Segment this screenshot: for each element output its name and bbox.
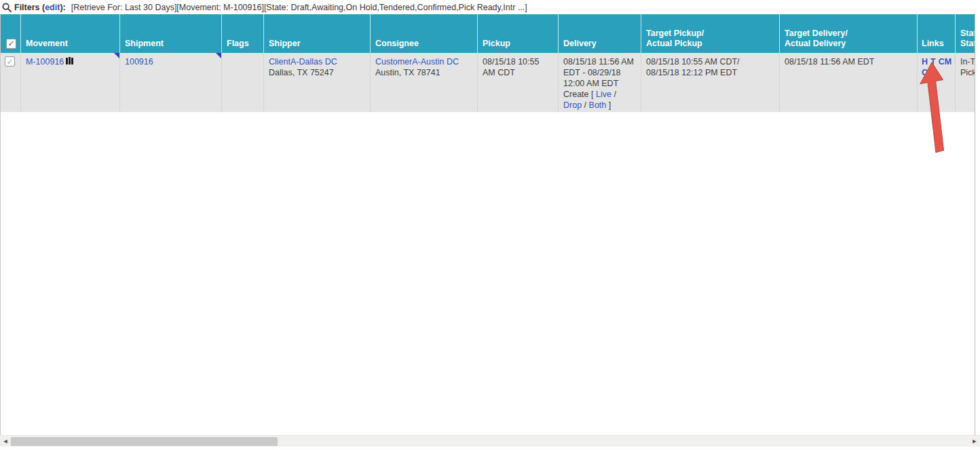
movement-cell: M-100916 [20,53,119,112]
delivery-window: 08/15/18 11:56 AM EDT - 08/29/18 12:00 A… [563,57,634,88]
scroll-left-icon: ◄ [3,438,9,445]
delivery-cell: 08/15/18 11:56 AM EDT - 08/29/18 12:00 A… [558,53,641,112]
create-live-link[interactable]: Live [596,90,611,99]
col-header-state-status[interactable]: StatStat [955,14,975,53]
shipper-cell: ClientA-Dallas DC Dallas, TX 75247 [263,53,370,112]
links-cell: HTCMP C [917,53,955,112]
filters-label: Filters [14,3,40,12]
status-value: Pick [960,67,970,78]
shipper-address: Dallas, TX 75247 [269,67,365,78]
target-actual-pickup-cell: 08/15/18 10:55 AM CDT/ 08/15/18 12:12 PM… [641,53,779,112]
note-corner-icon [114,53,119,58]
link-h[interactable]: H [922,57,928,67]
col-header-shipper[interactable]: Shipper [263,14,370,53]
select-all-checkbox[interactable]: ✓ [6,39,16,49]
state-status-cell: In-Tr Pick [955,53,975,112]
link-t[interactable]: T [930,57,936,67]
col-header-shipment[interactable]: Shipment [119,14,221,53]
movement-link[interactable]: M-100916 [26,57,64,67]
link-c[interactable]: C [922,68,928,77]
row-select-cell: ✓ [1,53,20,112]
actual-pickup: 08/15/18 12:12 PM EDT [646,67,774,78]
check-icon: ✓ [6,56,13,67]
state-value: In-Tr [960,56,970,67]
filter-bar: Filters (edit): [Retrieve For: Last 30 D… [0,0,980,14]
pickup-datetime: 08/15/18 10:55 AM CDT [483,57,539,77]
col-header-target-delivery[interactable]: Target Delivery/Actual Delivery [779,14,917,53]
create-both-link[interactable]: Both [589,100,607,110]
scroll-right-button[interactable]: ► [969,436,980,447]
links-line-2: C [922,67,954,78]
col-header-links[interactable]: Links [917,14,955,53]
search-icon [2,3,12,12]
shipment-cell: 100916 [119,53,221,112]
col-header-flags[interactable]: Flags [221,14,263,53]
filter-summary: [Retrieve For: Last 30 Days][Movement: M… [71,3,527,12]
select-all-header-cell: ✓ [1,14,20,53]
scrollbar-track[interactable] [11,436,969,447]
route-map-icon[interactable] [66,57,73,68]
check-icon: ✓ [7,39,14,49]
consignee-address: Austin, TX 78741 [375,67,472,78]
consignee-cell: CustomerA-Austin DC Austin, TX 78741 [370,53,477,112]
edit-close-paren: ): [60,3,65,12]
horizontal-scrollbar: ◄ ► [0,435,980,447]
pickup-cell: 08/15/18 10:55 AM CDT [477,53,558,112]
col-header-pickup[interactable]: Pickup [477,14,558,53]
movement-table-row: ✓ M-100916 100916 ClientA-Dallas DC Dall… [1,53,975,112]
target-pickup: 08/15/18 10:55 AM CDT/ [646,56,774,67]
shipment-link[interactable]: 100916 [125,57,153,67]
create-drop-link[interactable]: Drop [563,100,582,110]
col-header-delivery[interactable]: Delivery [558,14,641,53]
target-actual-delivery-cell: 08/15/18 11:56 AM EDT [779,53,917,112]
links-line-1: HTCMP [922,56,954,67]
flags-cell [221,53,263,112]
create-label: Create [ [563,90,593,99]
target-delivery: 08/15/18 11:56 AM EDT [785,56,912,67]
row-checkbox[interactable]: ✓ [5,56,15,67]
consignee-link[interactable]: CustomerA-Austin DC [375,57,459,67]
create-close: ] [609,100,611,110]
col-header-consignee[interactable]: Consignee [370,14,477,53]
col-header-target-pickup[interactable]: Target Pickup/Actual Pickup [641,14,779,53]
filters-edit-link[interactable]: edit [45,3,60,12]
note-corner-icon [216,53,221,58]
shipper-link[interactable]: ClientA-Dallas DC [269,57,337,67]
link-cm[interactable]: CM [939,57,951,67]
scrollbar-thumb[interactable] [11,437,278,446]
create-options: Create [ Live / Drop / Both ] [563,89,636,111]
scroll-right-icon: ► [972,438,978,445]
col-header-movement[interactable]: Movement [20,14,119,53]
scroll-left-button[interactable]: ◄ [0,436,11,447]
table-header-row: ✓ Movement Shipment Flags Shipper Consig… [1,14,975,53]
movements-table: ✓ Movement Shipment Flags Shipper Consig… [0,14,975,435]
